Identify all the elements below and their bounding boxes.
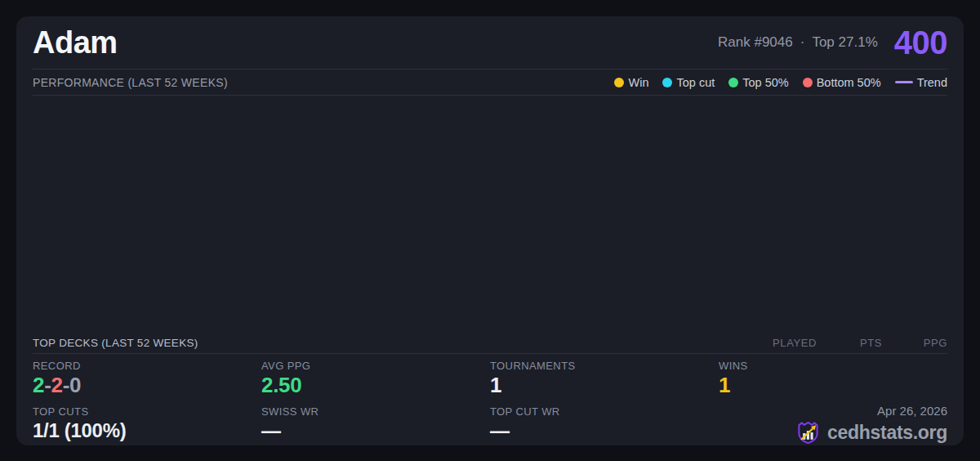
record-dash-1: -: [44, 373, 51, 397]
column-header-played: PLAYED: [751, 337, 817, 349]
rank-line: Rank #9046 · Top 27.1%: [718, 34, 878, 51]
stat-swiss-wr-value: —: [261, 420, 490, 441]
stat-wins-value: 1: [719, 374, 947, 396]
stat-wins: WINS 1: [719, 354, 947, 400]
top-decks-title: TOP DECKS (LAST 52 WEEKS): [33, 337, 198, 349]
legend-item-bottom50: Bottom 50%: [803, 76, 881, 89]
stat-top-cuts-label: TOP CUTS: [33, 405, 261, 418]
deck-table-column-headers: PLAYED PTS PPG: [751, 337, 947, 349]
player-stats-card: Adam Rank #9046 · Top 27.1% 400 PERFORMA…: [16, 16, 964, 445]
stat-top-cut-wr: TOP CUT WR —: [490, 400, 719, 445]
legend-item-top-cut: Top cut: [662, 76, 715, 89]
brand-name: cedhstats.org: [827, 422, 947, 444]
stat-swiss-wr-label: SWISS WR: [261, 405, 490, 418]
stat-tournaments: TOURNAMENTS 1: [490, 354, 719, 400]
record-wins: 2: [33, 373, 44, 397]
top50-dot-icon: [728, 78, 738, 87]
card-header: Adam Rank #9046 · Top 27.1% 400: [33, 16, 947, 69]
legend-item-top50: Top 50%: [728, 76, 788, 89]
stat-wins-label: WINS: [719, 360, 947, 372]
win-dot-icon: [614, 78, 624, 87]
stat-tournaments-value: 1: [490, 374, 719, 396]
percentile-text: Top 27.1%: [812, 34, 877, 51]
legend-item-trend: Trend: [895, 76, 947, 89]
legend-label-bottom50: Bottom 50%: [817, 76, 881, 89]
top-cut-dot-icon: [662, 78, 672, 87]
stat-record-value: 2-2-0: [33, 374, 261, 396]
stat-avg-ppg: AVG PPG 2.50: [261, 354, 490, 400]
top-decks-header-row: TOP DECKS (LAST 52 WEEKS) PLAYED PTS PPG: [33, 332, 947, 354]
performance-chart-plot-area: [33, 96, 947, 332]
stats-grid: RECORD 2-2-0 AVG PPG 2.50 TOURNAMENTS 1 …: [33, 354, 947, 445]
header-right: Rank #9046 · Top 27.1% 400: [718, 25, 947, 61]
rank-text: Rank #9046: [718, 34, 793, 51]
bottom50-dot-icon: [803, 78, 813, 87]
column-header-pts: PTS: [817, 337, 882, 349]
record-losses: 2: [51, 373, 63, 397]
legend-label-top-cut: Top cut: [676, 76, 715, 89]
column-header-ppg: PPG: [882, 337, 947, 349]
stat-avg-ppg-value: 2.50: [261, 374, 490, 396]
legend-label-win: Win: [628, 76, 648, 89]
footer-branding-cell: Apr 26, 2026 cedhstats.org: [719, 400, 947, 445]
stat-record-label: RECORD: [33, 360, 261, 372]
performance-title: PERFORMANCE (LAST 52 WEEKS): [33, 76, 228, 89]
stat-top-cut-wr-label: TOP CUT WR: [490, 405, 719, 418]
stat-tournaments-label: TOURNAMENTS: [490, 360, 719, 372]
cedhstats-logo-icon: [795, 420, 821, 445]
stat-avg-ppg-label: AVG PPG: [261, 360, 490, 372]
dot-separator: ·: [800, 34, 805, 51]
stat-top-cuts-value: 1/1 (100%): [33, 420, 261, 441]
trend-line-icon: [895, 81, 913, 83]
stat-top-cuts: TOP CUTS 1/1 (100%): [33, 400, 261, 445]
chart-legend: Win Top cut Top 50% Bottom 50% Trend: [614, 76, 947, 89]
record-dash-2: -: [63, 373, 69, 397]
record-draws: 0: [69, 373, 81, 397]
performance-header-row: PERFORMANCE (LAST 52 WEEKS) Win Top cut …: [33, 69, 947, 96]
points-value: 400: [894, 25, 947, 61]
legend-label-trend: Trend: [917, 76, 947, 89]
player-name: Adam: [33, 25, 118, 60]
legend-item-win: Win: [614, 76, 648, 89]
stat-top-cut-wr-value: —: [490, 420, 719, 441]
stat-record: RECORD 2-2-0: [33, 354, 261, 400]
legend-label-top50: Top 50%: [742, 76, 788, 89]
stat-swiss-wr: SWISS WR —: [261, 400, 490, 445]
brand-row: cedhstats.org: [719, 420, 947, 445]
card-date: Apr 26, 2026: [719, 404, 947, 418]
